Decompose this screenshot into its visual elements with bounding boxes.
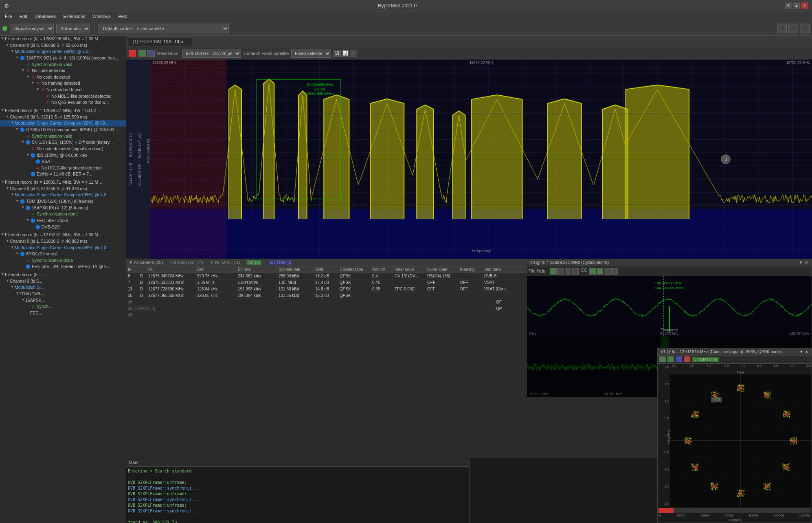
tree-row-tdm-5[interactable]: ▼ TDM (DVB-... <box>0 291 126 297</box>
resolution-dropdown[interactable]: 678.168 Hz - 737.28 µs <box>182 49 241 58</box>
tree-row-no-qos[interactable]: ✗ No QoS evaluation for this w... <box>0 99 126 106</box>
toolbar-icon-1[interactable] <box>138 50 146 57</box>
const-btn-2[interactable] <box>667 356 674 362</box>
col-header-const[interactable]: Constellation <box>338 266 371 272</box>
col-header-framing[interactable]: Framing <box>458 266 483 272</box>
layout-btn-2[interactable]: ⬛ <box>788 24 798 33</box>
tree-row-16apsk-0[interactable]: ▼ 🔵 16APSK [0] (4+12) (8 frames) <box>0 205 126 211</box>
tree-row-mod-5[interactable]: ▼ Modulation Si... <box>0 284 126 291</box>
context-dropdown[interactable]: Default context : Fixed satellite <box>99 24 229 33</box>
group-sc[interactable]: SC (8) <box>246 260 261 265</box>
tree-row-fec-23-36[interactable]: ▼ 🔵 FEC rate : 23/36 <box>0 218 126 224</box>
tree-row-fec-5[interactable]: FEC... <box>0 310 126 316</box>
tree-row-mod-selected[interactable]: ▼ Modulation Single Carrier Complex (99%… <box>0 120 126 127</box>
tree-row-channel-5[interactable]: ▼ Channel 0 (id 5, 513456 S -> 41.076 ms… <box>0 186 126 192</box>
tree-row-filtered-2[interactable]: ▼ Filtered record (fc = 12699.27 MHz, BW… <box>0 108 126 114</box>
layout-btn-1[interactable]: ⬛ <box>777 24 787 33</box>
group-no-mac[interactable]: ▼ No MAC (11) <box>210 260 240 265</box>
menu-databases[interactable]: Databases <box>31 13 59 20</box>
tree-row-sync-done-2[interactable]: ✓ Synchronization done <box>0 257 126 264</box>
spectrum-btn-check[interactable]: ✓ <box>350 50 357 57</box>
carrier-row-extra-1[interactable]: dB QF <box>126 299 527 305</box>
menu-windows[interactable]: Windows <box>89 13 114 20</box>
col-header-id[interactable]: Id <box>126 266 138 272</box>
spectrum-chart[interactable]: ALLUET-1-FR → EUTELSAT 7A ALLUET1-FR → E… <box>126 59 812 259</box>
tree-row-filtered-3[interactable]: ▼ Filtered record (fc = 12696.71 MHz, BW… <box>0 179 126 186</box>
tree-row-cv[interactable]: ▼ 🔵 CV 1/2 (IESS) (100%) + Diff code (bi… <box>0 139 126 146</box>
cyclo-btn-5[interactable] <box>589 268 596 275</box>
tree-row-dvbs2x[interactable]: 🔵 DVB-S2X <box>0 224 126 231</box>
carrier-row-8[interactable]: 8 D 12675.949324 MHz 329.78 kHz 234.662 … <box>126 273 527 279</box>
tree-row-sync-done-1[interactable]: ✓ Synchronization done <box>0 211 126 218</box>
automatic-dropdown[interactable]: Automatic <box>56 24 90 33</box>
cyclo-minimize[interactable]: ▼ <box>799 260 803 265</box>
toolbar-icon-2[interactable] <box>147 50 155 57</box>
col-header-rolloff[interactable]: Roll off <box>371 266 393 272</box>
const-btn-3[interactable] <box>676 356 682 362</box>
tree-row-filtered-1[interactable]: ▼ Filtered record (fc = 12682.98 MHz, BW… <box>0 36 126 42</box>
cyclo-btn-6[interactable] <box>597 268 603 275</box>
tree-row-sync-valid-1[interactable]: ✓ Synchronization valid <box>0 62 126 68</box>
cyclo-btn-2[interactable] <box>557 268 564 275</box>
carrier-row-13[interactable]: 13 D 12677.728590 MHz 126.84 kHz 191.998… <box>126 286 527 292</box>
spectrum-btn-2[interactable]: 📊 <box>342 50 349 57</box>
tree-row-channel-1[interactable]: ▼ Channel 0 (id 1, 511026 S -> 40.882 ms… <box>0 238 126 245</box>
col-header-flags[interactable] <box>138 266 147 272</box>
spectrum-tab-1[interactable]: [1] EUTELSAT 10A : Cha... <box>128 37 192 46</box>
maximize-button[interactable]: ▲ <box>793 2 800 9</box>
minimize-button[interactable]: ▼ <box>785 2 792 9</box>
layout-btn-3[interactable]: ⬛ <box>800 24 810 33</box>
const-btn-1[interactable] <box>659 356 666 362</box>
tree-row-32apsk[interactable]: ▼ 🔵 32APSK 0/21 (4+4+8+16) (100%) (secon… <box>0 55 126 62</box>
tree-row-sync-valid-2[interactable]: ✓ Synchronization valid <box>0 133 126 140</box>
tree-row-no-framing[interactable]: ▼ ✗ No framing detected <box>0 80 126 87</box>
tree-row-channel-5b[interactable]: ▼ Channel 0 (id 5... <box>0 278 126 285</box>
carrier-row-15[interactable]: 15 D 12677.865362 MHz 126.08 kHz 190.384… <box>126 292 527 299</box>
col-header-standard[interactable]: Standard <box>483 266 507 272</box>
tree-row-no-hdlc-2[interactable]: ✗ No HDLC-like protocol detected <box>0 165 126 171</box>
col-header-bw[interactable]: BW <box>195 266 236 272</box>
group-all[interactable]: ▼ All carriers (25) <box>129 260 163 265</box>
close-button[interactable]: ✕ <box>801 2 808 9</box>
tree-row-sync-5[interactable]: ✓ Synch... <box>0 303 126 310</box>
tree-row-channel-3[interactable]: ▼ Channel 0 (id 3, 31010 S -> 125.590 ms… <box>0 114 126 121</box>
tree-row-mod-1[interactable]: ▼ Modulation Single Carrier (99%) @ 2.0.… <box>0 48 126 55</box>
tree-row-filtered-4[interactable]: ▼ Filtered record (fc = 12702.81 MHz, BW… <box>0 232 126 238</box>
menu-extensions[interactable]: Extensions <box>60 13 88 20</box>
tree-row-ebno[interactable]: 🔵 Eb/No = 11.48 dB, BER = 7... <box>0 171 126 178</box>
cyclo-btn-uc[interactable] <box>611 268 618 275</box>
menu-help[interactable]: Help <box>115 13 131 20</box>
col-header-fc[interactable]: Fc <box>147 266 195 272</box>
spectrum-btn-1[interactable]: 🖼 <box>334 50 341 57</box>
group-not-analyzed[interactable]: Not analyzed (14) <box>169 260 203 265</box>
window-controls[interactable]: ▼ ▲ ✕ <box>785 2 808 9</box>
cyclo-close[interactable]: ✕ <box>805 260 808 265</box>
tree-row-no-code-3[interactable]: ✗ No code detected (signal too short) <box>0 146 126 152</box>
col-header-inner[interactable]: Inner code <box>393 266 426 272</box>
menu-file[interactable]: File <box>2 13 15 20</box>
tree-row-mod-3[interactable]: ▼ Modulation Single Carrier Complex (99%… <box>0 192 126 198</box>
carrier-row-extra-2[interactable]: dB 32APSK [2] QP <box>126 305 527 312</box>
carrier-row-7[interactable]: 7 D 12676.833331 MHz 1.35 MHz 1.984 Mb/s… <box>126 279 527 286</box>
col-header-snr[interactable]: SNR <box>314 266 338 272</box>
cyclo-btn-7[interactable] <box>604 268 610 275</box>
tree-row-qpsk[interactable]: ▼ 🔵 QPSK (100%) (second best 8PSK) @ 136… <box>0 127 126 133</box>
tree-row-vsat[interactable]: 🔵 VSAT <box>0 158 126 165</box>
const-btn-4[interactable] <box>684 356 690 362</box>
signal-analysis-dropdown[interactable]: Signal analysis <box>10 24 54 33</box>
const-close[interactable]: ✕ <box>805 349 808 354</box>
col-header-outer[interactable]: Outer code <box>426 266 458 272</box>
group-sc-tdm[interactable]: SC TDM (3) <box>268 260 293 265</box>
tree-row-fec-stream[interactable]: 🔵 FEC rate : 3/4, Stream : MPEG-TS @ 8..… <box>0 264 126 270</box>
const-minimize[interactable]: ▼ <box>799 349 803 354</box>
context-fixed-dropdown[interactable]: Fixed satellite <box>291 49 331 58</box>
tree-row-no-hdlc-1[interactable]: ✗ No HDLC-like protocol detected <box>0 93 126 100</box>
tree-row-16apsk-5[interactable]: ▼ 16APSK... <box>0 297 126 304</box>
tree-row-mod-4[interactable]: ▼ Modulation Single Carrier Complex (99%… <box>0 245 126 251</box>
stop-button[interactable] <box>129 50 136 57</box>
tree-row-no-code-1[interactable]: ▼ ✗ No code detected <box>0 68 126 74</box>
menu-edit[interactable]: Edit <box>16 13 31 20</box>
tree-row-tdm-dvbs2x[interactable]: ▼ 🔵 TDM (DVB-S2X) (100%) (8 frames) <box>0 198 126 205</box>
tree-row-ibs[interactable]: ▼ 🔵 IBS (100%) @ 64.000 kb/s <box>0 152 126 159</box>
cyclo-btn-1[interactable] <box>550 268 557 275</box>
